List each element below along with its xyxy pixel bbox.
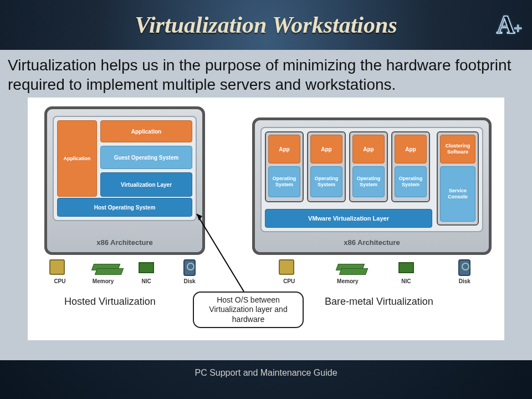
service-console-box: Service Console [440, 166, 475, 222]
logo-letter: A [497, 10, 515, 39]
vmware-layer: VMware Virtualization Layer [265, 209, 432, 228]
intro-text: Virtualization helps us in the purpose o… [6, 54, 526, 98]
vm2-app: App [310, 135, 342, 163]
hosted-caption: Hosted Virtualization [64, 296, 156, 308]
hosted-virt-layer: Virtualization Layer [100, 172, 192, 197]
vm3-os: Operating System [352, 166, 385, 197]
vm-col-4: App Operating System [391, 131, 430, 202]
hw-cpu-label: CPU [54, 278, 65, 284]
vm-col-2: App Operating System [307, 131, 346, 202]
hosted-hardware-row: CPU Memory NIC Disk [44, 259, 205, 284]
hosted-monitor: Application Application Guest Operating … [44, 106, 205, 255]
logo-plus: + [514, 21, 522, 37]
callout-arrow [191, 208, 258, 303]
slide-body: Virtualization helps us in the purpose o… [0, 50, 532, 360]
nic-icon [396, 259, 417, 276]
memory-icon [337, 259, 358, 276]
hosted-app-top: Application [100, 120, 192, 142]
vm4-os: Operating System [395, 166, 427, 197]
cpu-icon [279, 259, 300, 276]
memory-icon [93, 259, 114, 276]
baremetal-hardware-row: CPU Memory NIC Disk [266, 259, 488, 284]
baremetal-arch-label: x86 Architecture [255, 238, 489, 247]
hosted-app-left: Application [57, 120, 97, 197]
hw-cpu-label-r: CPU [283, 278, 295, 284]
svg-marker-1 [197, 214, 202, 221]
hw-memory-label: Memory [93, 278, 114, 284]
baremetal-inner: App Operating System App Operating Syste… [260, 127, 483, 232]
disk-icon [454, 259, 475, 276]
hw-cpu: CPU [49, 259, 70, 284]
aplus-logo: A + [497, 10, 522, 39]
hw-nic-label-r: NIC [401, 278, 411, 284]
vm4-app: App [395, 135, 427, 163]
hw-nic-r: NIC [396, 259, 417, 284]
nic-icon [136, 259, 157, 276]
hosted-arch-label: x86 Architecture [47, 238, 202, 247]
hw-nic: NIC [136, 259, 157, 284]
slide-title: Virtualization Workstations [135, 12, 397, 38]
hosted-inner: Application Application Guest Operating … [53, 116, 197, 221]
baremetal-monitor: App Operating System App Operating Syste… [252, 117, 492, 255]
vm1-os: Operating System [268, 166, 300, 197]
hw-cpu-r: CPU [279, 259, 300, 284]
svg-line-0 [197, 214, 244, 291]
hw-memory-r: Memory [337, 259, 358, 284]
callout-box: Host O/S between Virtualization layer an… [193, 291, 304, 328]
baremetal-caption: Bare-metal Virtualization [325, 296, 433, 308]
slide-footer: PC Support and Maintenance Guide [0, 360, 532, 378]
hosted-host-os: Host Operating System [57, 198, 192, 217]
hw-memory: Memory [93, 259, 114, 284]
vm2-os: Operating System [310, 166, 342, 197]
hw-nic-label: NIC [142, 278, 151, 284]
vm1-app: App [268, 135, 300, 163]
vm-col-1: App Operating System [265, 131, 304, 202]
hw-disk-label-r: Disk [459, 278, 470, 284]
hosted-guest-os: Guest Operating System [100, 146, 192, 169]
title-bar: Virtualization Workstations A + [0, 0, 532, 50]
vm-col-3: App Operating System [349, 131, 388, 202]
service-col: Clustering Software Service Console [437, 131, 479, 226]
diagram: Application Application Guest Operating … [28, 98, 504, 340]
hw-disk-r: Disk [454, 259, 475, 284]
clustering-box: Clustering Software [440, 135, 475, 163]
cpu-icon [49, 259, 70, 276]
vm3-app: App [352, 135, 385, 163]
hw-memory-label-r: Memory [337, 278, 358, 284]
